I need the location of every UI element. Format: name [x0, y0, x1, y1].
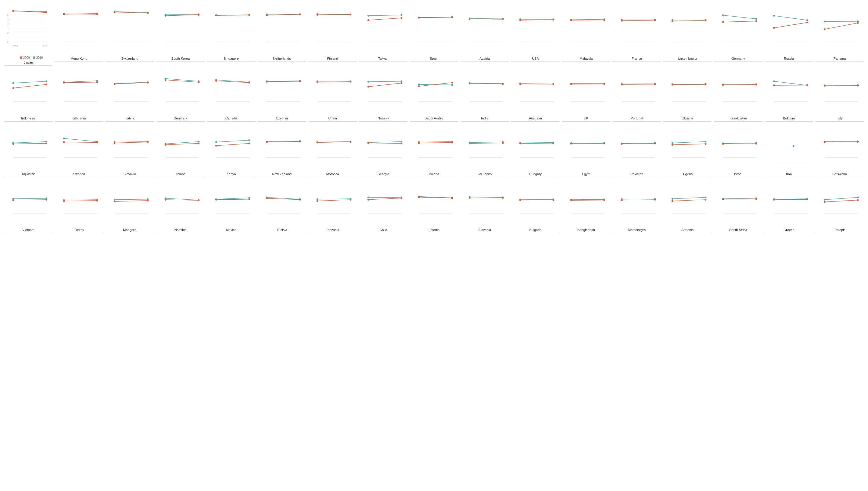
sparkline-svg: [765, 7, 813, 47]
svg-line-267: [64, 142, 97, 143]
sparkline-svg: [258, 7, 306, 47]
svg-line-222: [622, 84, 655, 84]
sparkline-svg: [663, 7, 712, 47]
svg-line-320: [470, 142, 503, 143]
chart-area: [511, 123, 559, 171]
sparkline-svg: [207, 123, 255, 162]
chart-cell-poland: Poland: [409, 121, 459, 177]
svg-line-334: [571, 143, 604, 143]
chart-cell-mongolia: Mongolia: [104, 177, 155, 233]
svg-point-289: [215, 145, 217, 147]
chart-area: [765, 178, 813, 227]
chart-cell-ethiopia: Ethiopia: [814, 177, 865, 233]
svg-point-487: [824, 201, 826, 203]
chart-area: [308, 178, 356, 227]
sparkline-svg: [815, 178, 864, 218]
sparkline-svg: [105, 178, 154, 218]
svg-line-253: [825, 86, 858, 86]
svg-point-439: [502, 197, 504, 199]
sparkline-svg: [207, 178, 255, 218]
svg-text:7: 7: [7, 9, 9, 12]
chart-cell-ukraine: Ukraine: [662, 66, 713, 121]
chart-area: [613, 7, 661, 56]
chart-area: [613, 123, 661, 171]
chart-cell-latvia: Latvia: [104, 66, 155, 121]
svg-point-234: [705, 84, 707, 85]
svg-point-188: [367, 81, 369, 83]
chart-area: [105, 178, 154, 227]
chart-area: [663, 178, 712, 227]
chart-area: [562, 123, 610, 171]
svg-line-187: [368, 81, 401, 82]
svg-point-389: [114, 201, 116, 202]
svg-point-350: [705, 141, 707, 143]
svg-point-418: [350, 199, 352, 201]
svg-point-69: [367, 15, 369, 17]
sparkline-svg: [461, 67, 509, 106]
chart-cell-tunisia: Tunisia: [256, 177, 307, 233]
svg-text:0: 0: [7, 41, 9, 44]
svg-point-386: [114, 199, 116, 201]
sparkline-svg: 0123456720092019: [4, 7, 53, 47]
chart-label: India: [461, 116, 509, 121]
chart-cell-portugal: Portugal: [612, 66, 662, 121]
svg-point-460: [654, 199, 656, 201]
svg-line-476: [774, 199, 807, 199]
svg-point-108: [654, 19, 656, 21]
chart-cell-slovenia: Slovenia: [459, 177, 510, 233]
svg-line-337: [571, 144, 604, 144]
svg-point-191: [367, 86, 369, 88]
chart-cell-lithuania: Lithuania: [54, 66, 104, 121]
svg-point-177: [266, 81, 268, 83]
svg-point-139: [12, 82, 14, 84]
svg-line-134: [825, 23, 858, 29]
svg-line-348: [673, 142, 706, 143]
svg-point-163: [164, 79, 166, 81]
sparkline-svg: [815, 7, 864, 47]
chart-area: [207, 7, 255, 56]
chart-cell-malaysia: Malaysia: [561, 6, 612, 66]
sparkline-svg: [105, 67, 154, 106]
chart-cell-georgia: Georgia: [358, 121, 409, 177]
svg-point-432: [451, 197, 453, 199]
svg-line-264: [64, 139, 97, 142]
svg-text:2009: 2009: [13, 45, 18, 47]
chart-label: Tunisia: [258, 228, 306, 233]
chart-label: Chile: [359, 228, 407, 233]
chart-area: [765, 67, 813, 115]
sparkline-svg: [55, 123, 103, 162]
svg-line-388: [115, 201, 148, 201]
svg-point-133: [857, 21, 859, 22]
svg-point-282: [164, 144, 166, 146]
svg-point-317: [418, 142, 420, 144]
svg-point-383: [96, 200, 98, 201]
svg-point-360: [755, 143, 757, 144]
chart-label: Bangladesh: [562, 228, 610, 233]
sparkline-svg: [714, 178, 762, 218]
svg-line-99: [571, 20, 604, 20]
svg-line-131: [825, 21, 858, 22]
svg-point-473: [722, 198, 724, 200]
sparkline-svg: [815, 123, 864, 162]
svg-point-417: [317, 200, 318, 202]
svg-point-488: [857, 199, 859, 201]
svg-point-140: [45, 81, 47, 82]
sparkline-svg: [511, 178, 559, 218]
chart-label: Slovenia: [461, 228, 509, 233]
chart-cell-italy: Italy: [814, 66, 865, 121]
chart-cell-tajikistan: Tajikistan: [3, 121, 54, 177]
svg-line-183: [318, 82, 351, 82]
svg-point-226: [621, 84, 623, 85]
svg-point-376: [45, 199, 47, 201]
chart-area: [55, 123, 103, 171]
chart-label: Singapore: [207, 57, 255, 62]
chart-area: [55, 67, 103, 115]
chart-label: Turkey: [55, 228, 103, 233]
chart-cell-panama: Panama: [814, 6, 865, 66]
svg-point-368: [824, 141, 826, 143]
svg-line-355: [723, 143, 756, 144]
svg-line-106: [622, 20, 655, 21]
svg-point-359: [722, 143, 724, 145]
svg-point-332: [553, 142, 554, 144]
svg-line-71: [368, 18, 401, 21]
